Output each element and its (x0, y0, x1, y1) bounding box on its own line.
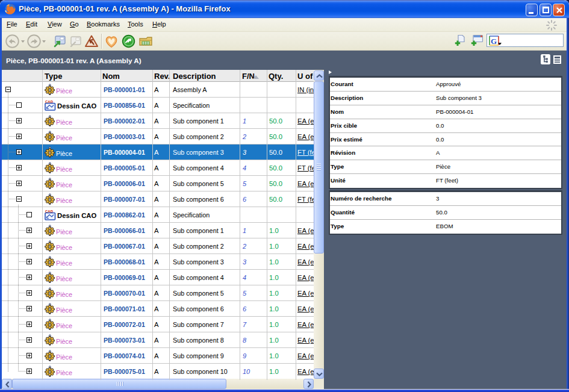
svg-text:G: G (491, 37, 497, 46)
